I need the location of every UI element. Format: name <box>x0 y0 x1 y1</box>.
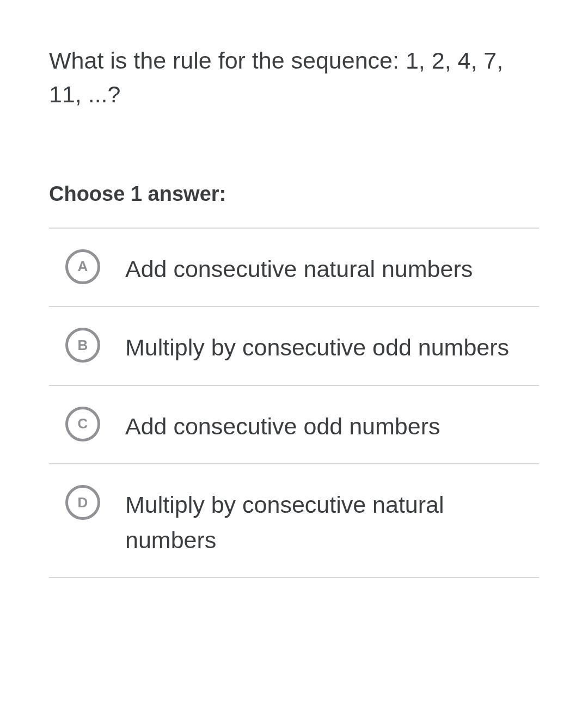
radio-icon: C <box>65 407 100 441</box>
option-d[interactable]: D Multiply by consecutive natural number… <box>49 464 539 578</box>
option-letter: B <box>78 337 88 354</box>
option-c[interactable]: C Add consecutive odd numbers <box>49 386 539 465</box>
radio-icon: D <box>65 485 100 520</box>
option-a[interactable]: A Add consecutive natural numbers <box>49 229 539 308</box>
instruction-text: Choose 1 answer: <box>49 182 539 206</box>
option-letter: C <box>78 415 88 432</box>
question-text: What is the rule for the sequence: 1, 2,… <box>49 44 539 112</box>
option-text: Add consecutive natural numbers <box>125 248 473 287</box>
option-letter: A <box>78 258 88 275</box>
radio-icon: A <box>65 249 100 284</box>
option-letter: D <box>78 494 88 511</box>
option-b[interactable]: B Multiply by consecutive odd numbers <box>49 307 539 386</box>
option-text: Add consecutive odd numbers <box>125 406 440 444</box>
option-text: Multiply by consecutive odd numbers <box>125 327 509 365</box>
options-list: A Add consecutive natural numbers B Mult… <box>49 228 539 579</box>
option-text: Multiply by consecutive natural numbers <box>125 484 523 557</box>
radio-icon: B <box>65 328 100 363</box>
